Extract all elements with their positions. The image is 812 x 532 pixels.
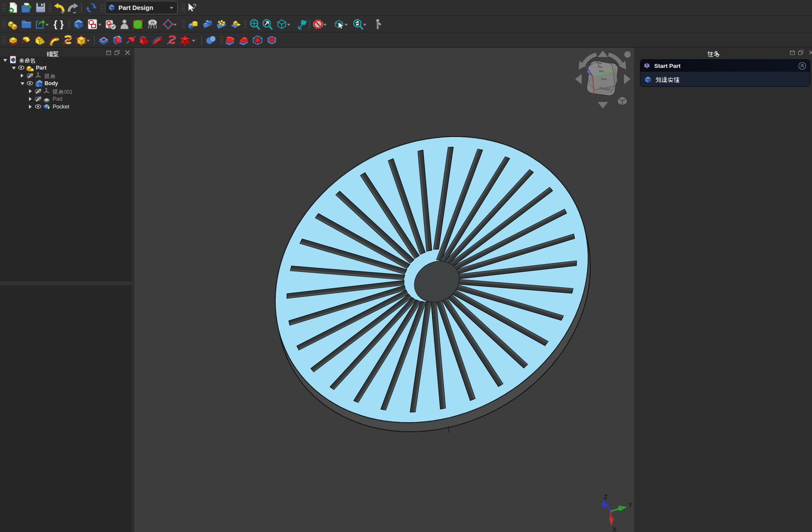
- svg-text:Y: Y: [628, 501, 633, 508]
- svg-text:Z: Z: [604, 494, 608, 500]
- svg-text:?: ?: [193, 2, 197, 10]
- svg-text:X: X: [612, 526, 617, 532]
- svg-text:{ }: { }: [54, 19, 64, 29]
